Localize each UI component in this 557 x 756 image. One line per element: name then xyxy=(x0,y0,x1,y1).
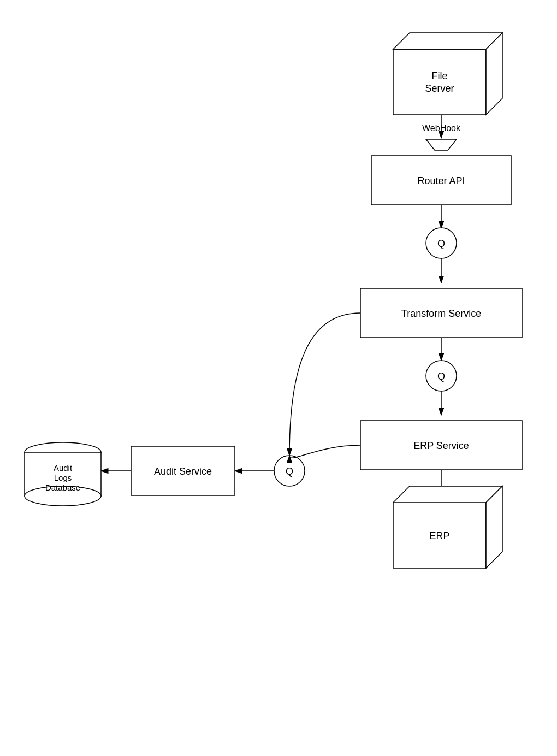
audit-logs-db-node: Audit Logs Database xyxy=(25,442,101,506)
queue3-label: Q xyxy=(286,466,293,477)
transform-service-label: Transform Service xyxy=(401,308,481,319)
arrow-erp-to-q3 xyxy=(289,445,360,458)
funnel-shape xyxy=(426,139,457,150)
erp-service-label: ERP Service xyxy=(413,440,469,451)
audit-service-label: Audit Service xyxy=(154,466,212,477)
router-api-label: Router API xyxy=(417,175,465,186)
audit-db-label2: Logs xyxy=(54,473,72,482)
arrow-transform-to-q3 xyxy=(289,313,360,456)
svg-rect-1 xyxy=(393,49,486,115)
svg-rect-11 xyxy=(25,453,100,462)
svg-marker-2 xyxy=(393,33,502,49)
file-server-label: File xyxy=(431,70,447,81)
diagram-container: File Server WebHook Router API Q Transfo… xyxy=(0,0,557,756)
queue2-label: Q xyxy=(437,371,445,382)
audit-db-label3: Database xyxy=(45,483,80,492)
queue1-label: Q xyxy=(437,238,445,249)
file-server-node: File Server xyxy=(393,33,502,115)
audit-db-label1: Audit xyxy=(54,463,73,472)
svg-marker-6 xyxy=(393,486,502,503)
erp-node: ERP xyxy=(393,486,502,568)
file-server-label2: Server xyxy=(425,83,454,94)
erp-label: ERP xyxy=(429,530,449,541)
